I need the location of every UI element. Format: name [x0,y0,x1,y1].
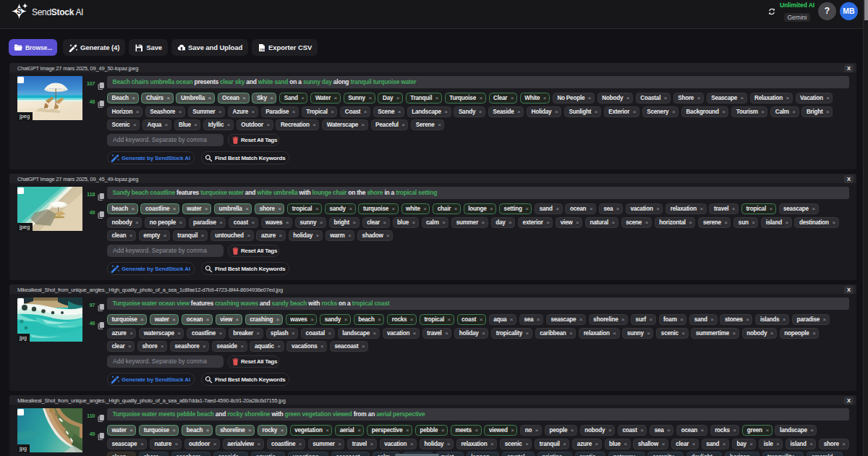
svg-text:CSV: CSV [260,48,265,51]
svg-text:S: S [17,7,22,15]
